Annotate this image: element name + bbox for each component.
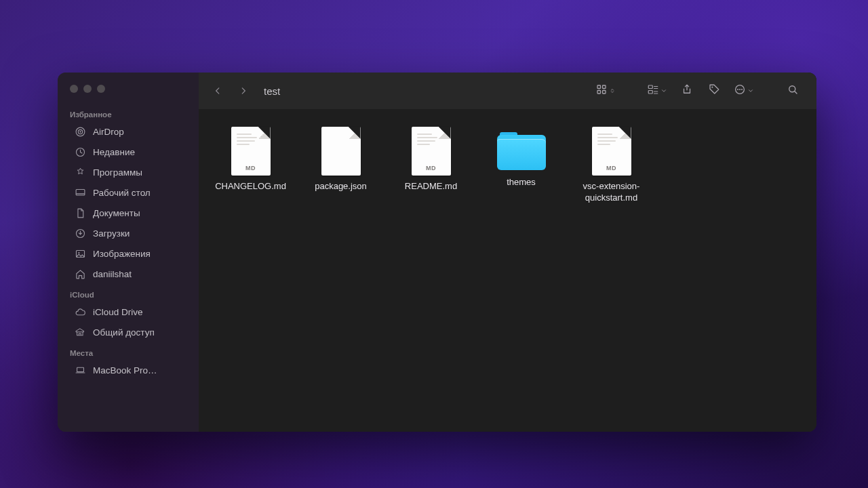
sidebar-section-heading: iCloud — [58, 284, 199, 302]
downloads-icon — [74, 227, 86, 239]
document-icon: MD — [592, 127, 631, 176]
document-icon: MD — [231, 127, 271, 176]
sidebar-item-label: Загрузки — [93, 228, 130, 239]
back-button[interactable] — [208, 81, 227, 100]
close-window-button[interactable] — [70, 85, 78, 93]
zoom-window-button[interactable] — [97, 85, 105, 93]
file-item[interactable]: MDREADME.md — [386, 123, 476, 203]
sidebar-section-heading: Избранное — [58, 104, 199, 121]
sidebar: Избранное AirDrop Недавние Программы Раб… — [58, 73, 199, 432]
document-icon — [321, 127, 361, 176]
sidebar-item-shared[interactable]: Общий доступ — [62, 322, 195, 342]
search-button[interactable] — [783, 81, 803, 100]
forward-button[interactable] — [234, 81, 253, 100]
sidebar-item-airdrop[interactable]: AirDrop — [62, 121, 195, 142]
pictures-icon — [74, 247, 86, 260]
home-icon — [74, 268, 86, 280]
sidebar-item-home[interactable]: daniilshat — [62, 264, 195, 284]
actions-button[interactable] — [731, 81, 757, 100]
file-browser[interactable]: MDCHANGELOG.mdpackage.jsonMDREADME.mdthe… — [199, 109, 816, 432]
search-icon — [787, 83, 799, 98]
sidebar-item-label: Программы — [93, 167, 142, 178]
view-mode-button[interactable] — [593, 81, 618, 100]
sidebar-item-macbook[interactable]: MacBook Pro… — [62, 360, 195, 380]
file-name-label: themes — [507, 177, 536, 188]
sidebar-item-label: iCloud Drive — [93, 307, 143, 317]
file-name-label: README.md — [405, 181, 457, 192]
documents-icon — [74, 207, 86, 219]
file-type-tag: MD — [231, 165, 271, 171]
recents-icon — [74, 146, 86, 158]
shared-icon — [74, 326, 86, 338]
file-item[interactable]: MDvsc-extension-quickstart.md — [566, 123, 656, 203]
finder-window: Избранное AirDrop Недавние Программы Раб… — [58, 73, 816, 432]
file-name-label: vsc-extension-quickstart.md — [571, 181, 652, 203]
updown-icon — [609, 85, 616, 97]
file-name-label: package.json — [315, 181, 367, 192]
main-area: test MDC — [199, 73, 816, 432]
share-button[interactable] — [677, 81, 697, 100]
sidebar-item-label: Изображения — [93, 249, 151, 259]
sidebar-item-label: Документы — [93, 208, 140, 218]
group-icon — [647, 83, 659, 98]
share-icon — [681, 83, 693, 98]
sidebar-item-label: MacBook Pro… — [93, 365, 157, 375]
file-name-label: CHANGELOG.md — [215, 181, 286, 192]
desktop-icon — [74, 186, 86, 199]
window-controls — [58, 81, 199, 104]
group-by-button[interactable] — [644, 81, 670, 100]
file-type-tag: MD — [412, 165, 451, 171]
document-icon: MD — [412, 127, 451, 176]
sidebar-item-label: AirDrop — [93, 127, 124, 137]
sidebar-item-documents[interactable]: Документы — [62, 203, 195, 223]
window-title: test — [264, 85, 280, 97]
sidebar-item-label: daniilshat — [93, 269, 132, 279]
sidebar-item-icloud-drive[interactable]: iCloud Drive — [62, 302, 195, 322]
sidebar-item-desktop[interactable]: Рабочий стол — [62, 182, 195, 203]
sidebar-item-label: Общий доступ — [93, 327, 155, 338]
sidebar-item-pictures[interactable]: Изображения — [62, 243, 195, 264]
file-type-tag: MD — [592, 165, 631, 171]
minimize-window-button[interactable] — [83, 85, 92, 93]
grid-icon — [595, 83, 608, 98]
sidebar-item-downloads[interactable]: Загрузки — [62, 223, 195, 243]
tag-icon — [708, 83, 720, 98]
sidebar-section-heading: Места — [58, 342, 199, 360]
toolbar: test — [199, 73, 816, 109]
sidebar-item-label: Рабочий стол — [93, 188, 151, 198]
apps-icon — [74, 166, 86, 178]
more-icon — [734, 83, 746, 98]
tags-button[interactable] — [704, 81, 724, 100]
airdrop-icon — [74, 125, 86, 138]
folder-item[interactable]: themes — [476, 123, 566, 203]
chevron-down-icon — [660, 85, 667, 97]
sidebar-item-recents[interactable]: Недавние — [62, 142, 195, 162]
laptop-icon — [74, 364, 86, 376]
icloud-icon — [74, 306, 86, 318]
file-item[interactable]: MDCHANGELOG.md — [205, 123, 296, 203]
file-item[interactable]: package.json — [296, 123, 386, 203]
sidebar-item-label: Недавние — [93, 147, 135, 157]
chevron-down-icon — [747, 85, 754, 97]
folder-icon — [497, 132, 546, 171]
sidebar-item-applications[interactable]: Программы — [62, 162, 195, 182]
